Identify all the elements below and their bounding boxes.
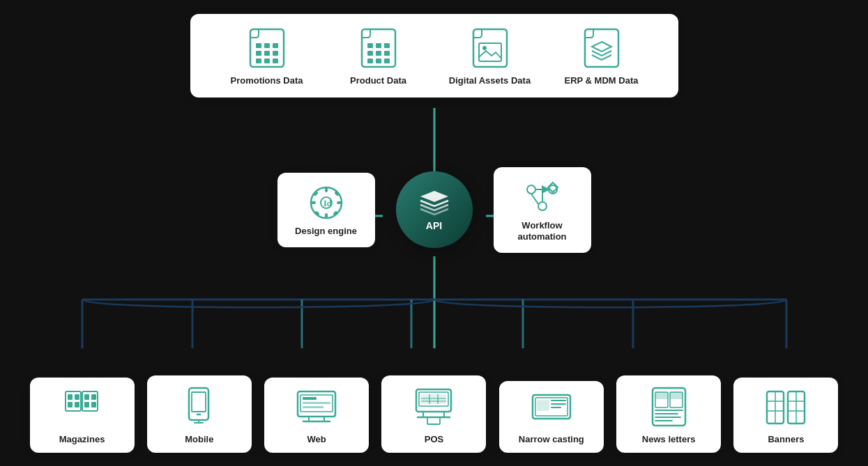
mobile-icon	[183, 387, 215, 427]
svg-line-47	[531, 194, 538, 204]
erp-data-label: ERP & MDM Data	[565, 75, 639, 87]
svg-rect-12	[273, 51, 278, 56]
svg-rect-36	[313, 191, 319, 196]
bottom-row: Magazines Mobile	[23, 375, 846, 453]
table-icon	[249, 28, 285, 68]
newsletters-box: News letters	[616, 375, 721, 453]
svg-rect-55	[91, 394, 96, 400]
svg-text:Id: Id	[323, 199, 332, 208]
digital-assets-item: Digital Assets Data	[445, 28, 535, 87]
svg-rect-8	[264, 43, 270, 48]
top-data-box: Promotions Data Product D	[190, 14, 678, 98]
api-label: API	[426, 220, 442, 231]
svg-rect-18	[376, 43, 381, 48]
narrow-casting-label: Narrow casting	[519, 434, 584, 444]
svg-rect-29	[585, 29, 618, 67]
svg-rect-65	[303, 397, 317, 400]
mobile-box: Mobile	[147, 375, 252, 453]
promotions-data-item: Promotions Data	[222, 28, 312, 87]
layers-icon	[584, 28, 620, 68]
svg-rect-66	[303, 402, 330, 404]
workflow-label: Workflow automation	[509, 220, 576, 244]
svg-rect-9	[273, 43, 278, 48]
svg-rect-23	[367, 59, 373, 63]
image-icon	[472, 28, 508, 68]
svg-rect-59	[192, 392, 206, 412]
svg-rect-83	[538, 401, 549, 410]
svg-rect-27	[479, 43, 501, 61]
mobile-label: Mobile	[185, 434, 213, 444]
api-circle: API	[396, 171, 473, 248]
svg-rect-50	[75, 394, 79, 400]
svg-rect-22	[384, 51, 390, 56]
narrow-casting-icon	[530, 392, 573, 427]
svg-rect-38	[314, 210, 320, 216]
newsletters-label: News letters	[642, 434, 696, 444]
svg-rect-13	[256, 59, 261, 63]
banners-icon	[764, 389, 807, 427]
banners-label: Banners	[768, 434, 804, 444]
newsletters-icon	[650, 387, 688, 427]
svg-rect-57	[91, 402, 96, 407]
svg-rect-14	[264, 59, 270, 63]
svg-rect-91	[655, 392, 668, 399]
erp-data-item: ERP & MDM Data	[556, 28, 647, 87]
svg-rect-35	[337, 201, 342, 204]
web-icon	[295, 389, 338, 427]
svg-rect-73	[421, 394, 446, 404]
svg-rect-21	[376, 51, 381, 56]
svg-rect-34	[311, 201, 316, 204]
svg-point-44	[538, 202, 547, 210]
svg-rect-49	[68, 394, 73, 400]
svg-rect-24	[376, 59, 381, 63]
magazines-box: Magazines	[30, 378, 135, 453]
svg-rect-56	[84, 402, 89, 407]
product-data-label: Product Data	[350, 75, 406, 87]
product-data-item: Product Data	[333, 28, 424, 87]
svg-rect-17	[367, 43, 373, 48]
svg-rect-39	[333, 210, 338, 216]
magazines-icon	[63, 389, 101, 427]
digital-assets-label: Digital Assets Data	[449, 75, 531, 87]
design-engine-label: Design engine	[295, 226, 357, 238]
svg-rect-52	[75, 402, 79, 407]
banners-box: Banners	[733, 378, 838, 453]
svg-rect-10	[256, 51, 261, 56]
svg-rect-7	[256, 43, 261, 48]
design-engine-box: Id Design engine	[277, 173, 375, 247]
svg-rect-15	[273, 59, 278, 63]
web-box: Web	[264, 378, 369, 453]
workflow-icon	[523, 180, 561, 215]
middle-row: Id Design engine API	[232, 167, 637, 254]
svg-rect-37	[334, 191, 340, 196]
promotions-data-label: Promotions Data	[230, 75, 303, 87]
svg-rect-20	[367, 51, 373, 56]
svg-rect-11	[264, 51, 270, 56]
svg-point-41	[527, 185, 535, 194]
svg-rect-54	[84, 394, 89, 400]
svg-rect-33	[325, 213, 328, 218]
table-icon-2	[360, 28, 397, 68]
svg-rect-19	[384, 43, 390, 48]
design-engine-icon: Id	[309, 185, 344, 220]
svg-rect-80	[427, 417, 440, 424]
svg-rect-67	[303, 406, 323, 408]
pos-label: POS	[425, 434, 443, 444]
svg-rect-25	[384, 59, 390, 63]
svg-rect-32	[325, 187, 328, 192]
diagram: Promotions Data Product D	[23, 7, 846, 460]
web-label: Web	[307, 434, 326, 444]
svg-rect-51	[68, 402, 73, 407]
pos-box: POS	[381, 375, 486, 453]
svg-point-28	[482, 46, 487, 50]
narrow-casting-box: Narrow casting	[499, 381, 604, 453]
pos-icon	[412, 387, 455, 427]
svg-rect-92	[670, 392, 683, 399]
workflow-box: Workflow automation	[494, 167, 591, 254]
magazines-label: Magazines	[59, 434, 105, 444]
